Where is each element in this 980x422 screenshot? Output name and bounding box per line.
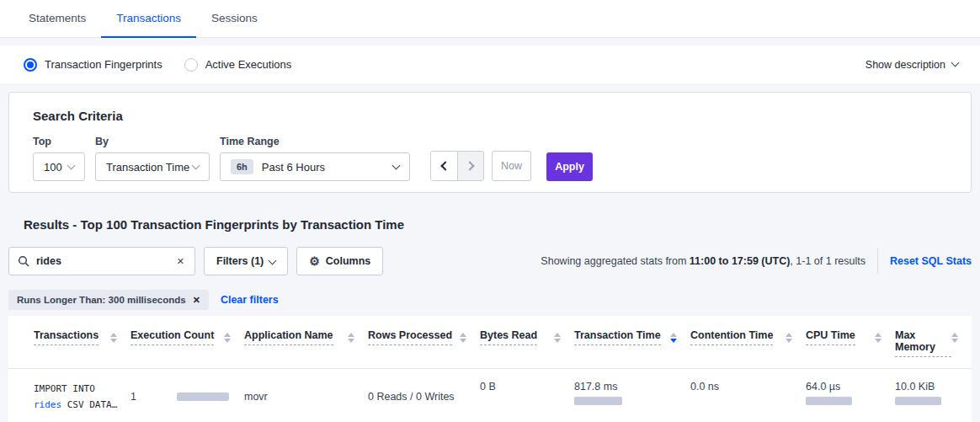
col-header-application-name: Application Name bbox=[244, 316, 368, 368]
filter-chip: Runs Longer Than: 300 milliseconds ✕ bbox=[8, 290, 209, 310]
vertical-divider bbox=[877, 248, 878, 274]
sort-icon[interactable] bbox=[460, 333, 466, 343]
chevron-down-icon bbox=[392, 161, 401, 169]
sort-icon[interactable] bbox=[554, 333, 561, 343]
by-field: By Transaction Time bbox=[95, 136, 210, 181]
tab-statements[interactable]: Statements bbox=[13, 0, 101, 38]
results-heading: Results - Top 100 Transaction Fingerprin… bbox=[24, 217, 980, 232]
table-row: IMPORT INTO rides CSV DATA… 1 movr 0 Rea… bbox=[8, 369, 972, 422]
chevron-down-icon bbox=[192, 161, 200, 169]
columns-label: Columns bbox=[326, 255, 370, 267]
radio-selected-icon bbox=[24, 58, 37, 72]
radio-label: Active Executions bbox=[205, 58, 292, 71]
by-label: By bbox=[95, 136, 210, 147]
cell-application-name: movr bbox=[244, 369, 368, 422]
cell-max-memory: 10.0 KiB bbox=[895, 369, 972, 422]
radio-transaction-fingerprints[interactable]: Transaction Fingerprints bbox=[24, 58, 162, 72]
tab-sessions[interactable]: Sessions bbox=[196, 0, 273, 38]
clear-filters-link[interactable]: Clear filters bbox=[221, 294, 279, 306]
sort-icon[interactable] bbox=[786, 333, 792, 343]
cell-transaction-time: 817.8 ms bbox=[574, 369, 690, 422]
filters-label: Filters (1) bbox=[216, 255, 264, 267]
chevron-down-icon bbox=[269, 256, 277, 264]
col-header-transaction-time: Transaction Time bbox=[574, 316, 690, 368]
chip-close-icon[interactable]: ✕ bbox=[193, 295, 200, 306]
cell-transaction-statement: IMPORT INTO rides CSV DATA… bbox=[34, 369, 130, 422]
cell-bytes-read: 0 B bbox=[480, 369, 574, 422]
now-button[interactable]: Now bbox=[492, 151, 531, 181]
time-range-badge: 6h bbox=[231, 159, 253, 174]
filter-chip-label: Runs Longer Than: 300 milliseconds bbox=[17, 295, 186, 305]
radio-unselected-icon bbox=[184, 58, 198, 72]
results-table: Transactions Execution Count Application… bbox=[8, 316, 972, 422]
search-criteria-form: Top 100 By Transaction Time Time Range 6… bbox=[33, 136, 947, 181]
apply-button[interactable]: Apply bbox=[546, 152, 593, 181]
top-select-value: 100 bbox=[44, 161, 62, 174]
radio-active-executions[interactable]: Active Executions bbox=[184, 58, 292, 72]
by-select-value: Transaction Time bbox=[106, 161, 189, 174]
cell-cpu-time: 64.0 µs bbox=[806, 369, 895, 422]
time-next-button[interactable] bbox=[457, 152, 483, 180]
search-icon bbox=[18, 255, 29, 267]
col-header-rows-processed: Rows Processed bbox=[368, 316, 480, 368]
by-select[interactable]: Transaction Time bbox=[95, 152, 210, 181]
view-toggle-group: Transaction Fingerprints Active Executio… bbox=[24, 58, 291, 72]
table-name-link: rides bbox=[34, 399, 61, 410]
sort-icon[interactable] bbox=[951, 333, 958, 343]
stats-area: Showing aggregated stats from 11:00 to 1… bbox=[541, 248, 972, 274]
search-criteria-card: Search Criteria Top 100 By Transaction T… bbox=[8, 92, 972, 193]
results-controls-row: ✕ Filters (1) ⚙ Columns Showing aggregat… bbox=[8, 247, 972, 275]
chevron-down-icon bbox=[951, 59, 960, 67]
time-range-label: Time Range bbox=[220, 136, 410, 147]
top-tab-bar: Statements Transactions Sessions bbox=[0, 0, 980, 38]
top-label: Top bbox=[33, 136, 85, 147]
time-nav-group bbox=[430, 151, 484, 181]
show-description-label: Show description bbox=[865, 59, 945, 71]
time-range-value: Past 6 Hours bbox=[262, 161, 325, 174]
col-header-bytes-read: Bytes Read bbox=[480, 316, 574, 368]
results-search-box: ✕ bbox=[8, 247, 195, 275]
col-header-transactions: Transactions bbox=[34, 316, 130, 368]
top-field: Top 100 bbox=[33, 136, 85, 181]
search-criteria-title: Search Criteria bbox=[33, 109, 947, 123]
chevron-down-icon bbox=[67, 161, 76, 169]
sort-icon[interactable] bbox=[224, 333, 231, 343]
top-select[interactable]: 100 bbox=[33, 152, 85, 181]
aggregated-stats-text: Showing aggregated stats from 11:00 to 1… bbox=[541, 255, 865, 267]
cell-execution-count: 1 bbox=[130, 369, 244, 422]
sort-icon[interactable] bbox=[348, 333, 354, 343]
chevron-right-icon bbox=[465, 161, 474, 170]
col-header-execution-count: Execution Count bbox=[130, 316, 244, 368]
chevron-left-icon bbox=[440, 161, 450, 170]
tab-transactions[interactable]: Transactions bbox=[101, 0, 196, 38]
search-clear-icon[interactable]: ✕ bbox=[175, 254, 186, 269]
table-header-row: Transactions Execution Count Application… bbox=[8, 316, 972, 369]
transaction-time-bar bbox=[574, 397, 622, 405]
filters-button[interactable]: Filters (1) bbox=[204, 247, 288, 275]
gear-icon: ⚙ bbox=[309, 254, 320, 268]
execution-count-bar bbox=[177, 393, 229, 401]
search-input[interactable] bbox=[36, 255, 175, 267]
col-header-max-memory: Max Memory bbox=[895, 316, 972, 368]
filter-chip-row: Runs Longer Than: 300 milliseconds ✕ Cle… bbox=[8, 290, 972, 310]
cell-rows-processed: 0 Reads / 0 Writes bbox=[368, 369, 480, 422]
cpu-time-bar bbox=[806, 397, 852, 405]
columns-button[interactable]: ⚙ Columns bbox=[296, 247, 383, 275]
reset-sql-stats-link[interactable]: Reset SQL Stats bbox=[890, 255, 972, 267]
col-header-contention-time: Contention Time bbox=[690, 316, 806, 368]
show-description-toggle[interactable]: Show description bbox=[865, 59, 958, 71]
sort-icon[interactable] bbox=[110, 333, 117, 343]
time-prev-button[interactable] bbox=[431, 152, 457, 180]
cell-contention-time: 0.0 ns bbox=[690, 369, 806, 422]
sort-icon-active-desc[interactable] bbox=[670, 333, 677, 343]
col-header-cpu-time: CPU Time bbox=[806, 316, 895, 368]
max-memory-bar bbox=[895, 397, 941, 405]
transaction-statement-link[interactable]: IMPORT INTO rides CSV DATA… bbox=[34, 381, 117, 414]
sort-icon[interactable] bbox=[875, 333, 881, 343]
time-range-select[interactable]: 6h Past 6 Hours bbox=[220, 152, 410, 181]
radio-label: Transaction Fingerprints bbox=[45, 58, 162, 71]
view-toggle-band: Transaction Fingerprints Active Executio… bbox=[0, 45, 980, 83]
time-range-field: Time Range 6h Past 6 Hours bbox=[220, 136, 410, 181]
